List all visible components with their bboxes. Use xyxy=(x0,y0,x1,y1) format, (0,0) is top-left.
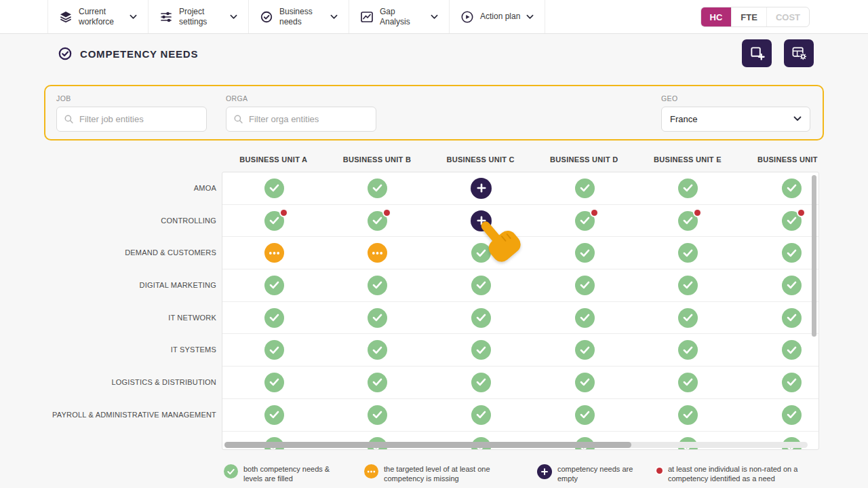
horizontal-scrollbar[interactable] xyxy=(224,442,808,448)
matrix-cell[interactable] xyxy=(326,340,430,360)
matrix-cell[interactable] xyxy=(740,243,819,263)
matrix-cell[interactable] xyxy=(326,276,430,295)
matrix-cell[interactable] xyxy=(533,340,637,360)
status-filled-icon[interactable] xyxy=(264,405,284,425)
matrix-cell[interactable] xyxy=(637,243,741,263)
matrix-cell[interactable] xyxy=(637,276,741,295)
matrix-cell[interactable] xyxy=(326,179,430,198)
status-filled-icon[interactable] xyxy=(782,308,802,328)
status-filled-icon[interactable] xyxy=(264,211,284,231)
matrix-cell[interactable] xyxy=(326,373,430,392)
matrix-cell[interactable] xyxy=(429,243,533,263)
status-empty-icon[interactable] xyxy=(471,210,492,231)
status-missing-icon[interactable] xyxy=(368,243,387,263)
toggle-hc[interactable]: HC xyxy=(701,7,732,26)
matrix-cell[interactable] xyxy=(740,211,819,231)
matrix-cell[interactable] xyxy=(740,308,819,328)
matrix-cell[interactable] xyxy=(533,211,637,231)
matrix-cell[interactable] xyxy=(222,308,326,328)
matrix-cell[interactable] xyxy=(222,243,326,263)
status-empty-icon[interactable] xyxy=(471,178,492,199)
matrix-cell[interactable] xyxy=(326,243,430,263)
status-filled-icon[interactable] xyxy=(471,405,491,425)
status-filled-icon[interactable] xyxy=(782,373,802,392)
horizontal-scrollbar-thumb[interactable] xyxy=(224,442,631,448)
matrix-cell[interactable] xyxy=(222,179,326,198)
matrix-cell[interactable] xyxy=(740,179,819,198)
status-filled-icon[interactable] xyxy=(264,179,284,198)
matrix-cell[interactable] xyxy=(429,308,533,328)
status-filled-icon[interactable] xyxy=(782,276,802,295)
status-filled-icon[interactable] xyxy=(678,373,698,392)
matrix-cell[interactable] xyxy=(429,276,533,295)
matrix-cell[interactable] xyxy=(222,340,326,360)
status-filled-icon[interactable] xyxy=(678,211,698,231)
status-filled-icon[interactable] xyxy=(575,373,595,392)
status-filled-icon[interactable] xyxy=(575,308,595,328)
nav-item-action-plan[interactable]: Action plan xyxy=(450,0,545,33)
status-filled-icon[interactable] xyxy=(678,179,698,198)
job-filter-field[interactable] xyxy=(56,107,207,132)
status-filled-icon[interactable] xyxy=(264,276,284,295)
matrix-cell[interactable] xyxy=(533,276,637,295)
status-filled-icon[interactable] xyxy=(575,405,595,425)
matrix-cell[interactable] xyxy=(222,211,326,231)
status-filled-icon[interactable] xyxy=(678,308,698,328)
status-filled-icon[interactable] xyxy=(678,340,698,360)
status-filled-icon[interactable] xyxy=(264,373,284,392)
matrix-cell[interactable] xyxy=(222,373,326,392)
status-filled-icon[interactable] xyxy=(368,179,387,198)
status-filled-icon[interactable] xyxy=(782,179,802,198)
status-filled-icon[interactable] xyxy=(575,340,595,360)
status-filled-icon[interactable] xyxy=(471,340,491,360)
vertical-scrollbar[interactable] xyxy=(812,175,816,337)
status-filled-icon[interactable] xyxy=(678,276,698,295)
matrix-cell[interactable] xyxy=(740,373,819,392)
matrix-cell[interactable] xyxy=(533,373,637,392)
status-filled-icon[interactable] xyxy=(782,243,802,263)
matrix-cell[interactable] xyxy=(637,308,741,328)
matrix-cell[interactable] xyxy=(533,308,637,328)
status-filled-icon[interactable] xyxy=(368,340,387,360)
matrix-cell[interactable] xyxy=(429,373,533,392)
matrix-cell[interactable] xyxy=(222,276,326,295)
status-filled-icon[interactable] xyxy=(264,308,284,328)
matrix-cell[interactable] xyxy=(637,373,741,392)
status-filled-icon[interactable] xyxy=(575,211,595,231)
nav-item-project-settings[interactable]: Project settings xyxy=(149,0,249,33)
status-filled-icon[interactable] xyxy=(575,243,595,263)
status-filled-icon[interactable] xyxy=(368,405,387,425)
status-filled-icon[interactable] xyxy=(782,211,802,231)
matrix-cell[interactable] xyxy=(429,405,533,425)
matrix-cell[interactable] xyxy=(740,405,819,425)
nav-item-current-workforce[interactable]: Current workforce xyxy=(48,0,149,33)
status-filled-icon[interactable] xyxy=(782,405,802,425)
status-filled-icon[interactable] xyxy=(782,340,802,360)
matrix-cell[interactable] xyxy=(637,211,741,231)
matrix-cell[interactable] xyxy=(326,308,430,328)
status-filled-icon[interactable] xyxy=(471,276,491,295)
status-filled-icon[interactable] xyxy=(678,243,698,263)
status-filled-icon[interactable] xyxy=(678,405,698,425)
matrix-cell[interactable] xyxy=(326,405,430,425)
orga-filter-field[interactable] xyxy=(226,107,376,132)
status-filled-icon[interactable] xyxy=(471,243,491,263)
toggle-cost[interactable]: COST xyxy=(766,7,809,26)
job-filter-input[interactable] xyxy=(79,114,199,124)
status-filled-icon[interactable] xyxy=(368,211,387,231)
add-entity-button[interactable] xyxy=(742,39,772,67)
matrix-cell[interactable] xyxy=(429,178,533,199)
status-filled-icon[interactable] xyxy=(264,340,284,360)
matrix-cell[interactable] xyxy=(637,405,741,425)
matrix-cell[interactable] xyxy=(740,340,819,360)
matrix-cell[interactable] xyxy=(533,179,637,198)
status-filled-icon[interactable] xyxy=(471,308,491,328)
status-missing-icon[interactable] xyxy=(264,243,284,263)
matrix-cell[interactable] xyxy=(326,211,430,231)
matrix-cell[interactable] xyxy=(429,210,533,231)
status-filled-icon[interactable] xyxy=(575,276,595,295)
table-settings-button[interactable] xyxy=(784,39,814,67)
matrix-cell[interactable] xyxy=(637,340,741,360)
status-filled-icon[interactable] xyxy=(368,308,387,328)
status-filled-icon[interactable] xyxy=(368,276,387,295)
